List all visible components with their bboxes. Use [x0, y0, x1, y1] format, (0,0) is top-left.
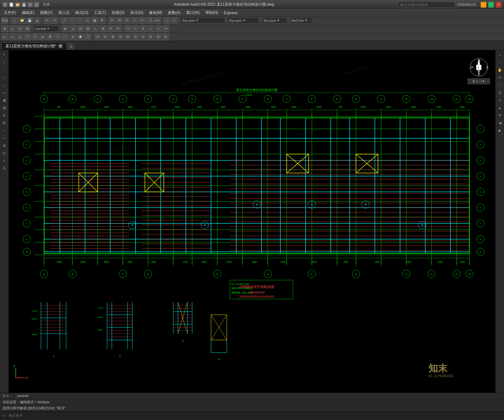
redo-icon[interactable]: ↪: [34, 2, 39, 7]
view-dropdown[interactable]: normal ▾: [34, 26, 59, 32]
menu-edit[interactable]: 编辑(E): [19, 9, 37, 16]
lt-leader[interactable]: ⤷: [1, 135, 8, 141]
tb-r2-14[interactable]: ⊶: [162, 25, 169, 32]
menu-file[interactable]: 文件(F): [1, 9, 19, 16]
tb-r3-9[interactable]: ⧃: [62, 33, 69, 40]
menu-view[interactable]: 视图(V): [37, 9, 55, 16]
tb-r3-19[interactable]: ⊙: [140, 33, 146, 40]
layer-dropdown[interactable]: ByLayer ▾: [181, 17, 225, 24]
lt-line[interactable]: ╱: [1, 59, 8, 66]
lt-properties[interactable]: ☰: [1, 165, 8, 172]
close-button[interactable]: ✕: [496, 2, 501, 8]
lt-rectangle[interactable]: ▭: [1, 89, 8, 96]
tb-r2-8[interactable]: ⟳: [115, 25, 122, 32]
lt-select[interactable]: ↖: [1, 51, 8, 58]
tb-r3-14[interactable]: ⟳: [102, 33, 109, 40]
rt-zoom-out[interactable]: −: [496, 59, 503, 66]
tb-copy[interactable]: ⧉: [116, 17, 123, 24]
tb-r2-6[interactable]: ⊗: [100, 25, 106, 32]
tb-r3-20[interactable]: ⊚: [147, 33, 154, 40]
lt-text[interactable]: A: [1, 112, 8, 119]
search-bar[interactable]: [398, 2, 455, 8]
tb-move[interactable]: ✛: [108, 17, 115, 24]
save-icon[interactable]: 💾: [21, 2, 26, 7]
menu-insert[interactable]: 插入(I): [56, 9, 72, 16]
tb-circle[interactable]: ○: [68, 17, 75, 24]
tb-r2-5[interactable]: ⌂: [92, 25, 99, 32]
tb-r3-7[interactable]: ⦿: [47, 33, 54, 40]
tb-osnap[interactable]: △: [9, 25, 16, 32]
tb-mirror[interactable]: ⟺: [154, 17, 161, 24]
lt-gradient[interactable]: ▧: [1, 104, 8, 111]
rt-fullscreen[interactable]: ⛶: [496, 82, 503, 89]
menu-modify[interactable]: 修改(M): [146, 9, 165, 16]
tab-close-button[interactable]: ✕: [58, 44, 63, 48]
tb-r3-10[interactable]: ⧄: [69, 33, 76, 40]
menu-dimension[interactable]: 标注(N): [128, 9, 146, 16]
tb-redo[interactable]: ↪: [51, 17, 58, 24]
rt-nav4[interactable]: ▶: [496, 127, 503, 134]
menu-format[interactable]: 格式(O): [73, 9, 91, 16]
lt-arc[interactable]: ⌓: [1, 82, 8, 89]
tb-undo[interactable]: ↩: [43, 17, 50, 24]
tb-r2-1[interactable]: ◈: [62, 25, 69, 32]
tb-line[interactable]: ╱: [61, 17, 68, 24]
menu-tools[interactable]: 工具(T): [91, 9, 109, 16]
tb-dimalign[interactable]: ⤡: [171, 17, 178, 24]
rt-zoom-in[interactable]: +: [496, 51, 503, 58]
new-icon[interactable]: 📄: [9, 2, 14, 7]
tb-arc[interactable]: ⌒: [76, 17, 83, 24]
menu-parameters[interactable]: 参数(A): [165, 9, 183, 16]
menu-express[interactable]: Express: [221, 10, 240, 16]
tb-r2-2[interactable]: ⊿: [69, 25, 76, 32]
menu-draw[interactable]: 绘图(D): [109, 9, 127, 16]
menu-help[interactable]: 帮助(H): [203, 9, 221, 16]
rt-orbit[interactable]: ⟳: [496, 74, 503, 81]
tb-print[interactable]: 🖨: [34, 17, 41, 24]
tb-r3-3[interactable]: △: [16, 33, 23, 40]
tb-r2-11[interactable]: ⊻: [140, 25, 146, 32]
tb-r3-15[interactable]: ⊕: [109, 33, 116, 40]
lineweight-dropdown[interactable]: ByLayer ▾: [262, 17, 287, 24]
tb-r2-4[interactable]: ⊠: [84, 25, 91, 32]
tb-r3-16[interactable]: ⊖: [117, 33, 124, 40]
rt-layers[interactable]: ≡: [496, 97, 503, 104]
lt-hatch[interactable]: ▦: [1, 97, 8, 104]
lt-polyline[interactable]: ⌒: [1, 66, 8, 73]
tb-r3-22[interactable]: ⊜: [162, 33, 169, 40]
command-input[interactable]: [9, 413, 501, 417]
lt-layer[interactable]: ≡: [1, 157, 8, 164]
command-input-row[interactable]: ▷: [0, 411, 504, 419]
user-account[interactable]: 1505999135...: [457, 3, 479, 7]
tb-save[interactable]: 💾: [26, 17, 33, 24]
tb-start[interactable]: 开始: [1, 17, 8, 24]
tb-r2-12[interactable]: ⊹: [147, 25, 154, 32]
tb-r2-13[interactable]: ⊸: [155, 25, 162, 32]
tb-text[interactable]: A: [99, 17, 106, 24]
tb-new[interactable]: □: [11, 17, 18, 24]
rt-nav2[interactable]: ▼: [496, 112, 503, 119]
tb-r3-18[interactable]: ⊘: [132, 33, 139, 40]
tb-r2-3[interactable]: ⊡: [77, 25, 84, 32]
tb-r3-8[interactable]: ⧂: [54, 33, 61, 40]
tb-scale[interactable]: ⤢: [131, 17, 138, 24]
tab-add-button[interactable]: +: [68, 43, 74, 50]
menu-window[interactable]: 窗口(W): [184, 9, 202, 16]
tb-dim[interactable]: ↔: [163, 17, 170, 24]
rt-nav3[interactable]: ◀: [496, 119, 503, 126]
lt-circle[interactable]: ○: [1, 74, 8, 81]
search-input[interactable]: [398, 2, 455, 8]
tb-r3-4[interactable]: ▽: [24, 33, 31, 40]
tb-r3-2[interactable]: ◁: [9, 33, 16, 40]
tb-open[interactable]: 📁: [19, 17, 26, 24]
tb-r3-12[interactable]: ⬠: [84, 33, 91, 40]
tb-r3-17[interactable]: ⊗: [124, 33, 131, 40]
tb-polar[interactable]: ⊙: [16, 25, 23, 32]
tb-ortho[interactable]: ⊞: [24, 25, 31, 32]
minimize-button[interactable]: ─: [481, 2, 486, 8]
tb-r3-6[interactable]: ◎: [39, 33, 46, 40]
tb-rect[interactable]: ▭: [83, 17, 90, 24]
rt-nav1[interactable]: ▲: [496, 104, 503, 111]
rt-pan[interactable]: ✋: [496, 66, 503, 73]
lt-dim[interactable]: ↔: [1, 127, 8, 134]
